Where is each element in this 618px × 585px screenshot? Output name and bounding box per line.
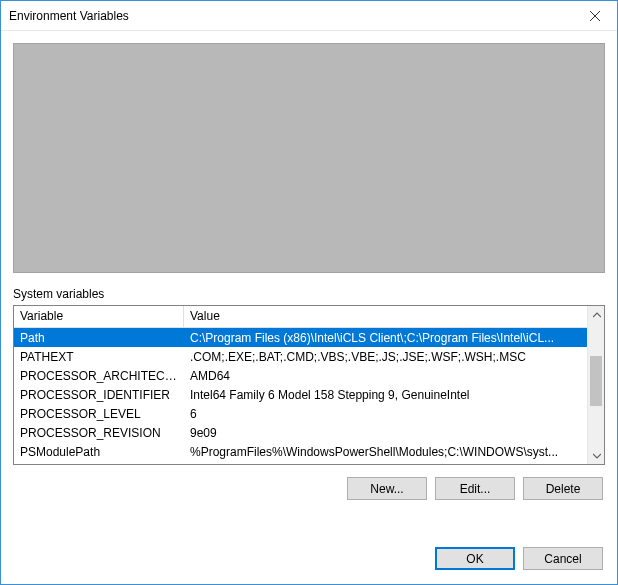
edit-button[interactable]: Edit... (435, 477, 515, 500)
list-buttons-row: New... Edit... Delete (13, 477, 605, 500)
variable-name-cell: PROCESSOR_IDENTIFIER (14, 387, 184, 403)
system-variables-label: System variables (13, 287, 605, 301)
scroll-down-arrow[interactable] (588, 447, 605, 464)
scrollbar-thumb[interactable] (590, 356, 602, 406)
variable-value-cell: .COM;.EXE;.BAT;.CMD;.VBS;.VBE;.JS;.JSE;.… (184, 349, 587, 365)
dialog-buttons-row: OK Cancel (1, 537, 617, 584)
variable-value-cell: 9e09 (184, 425, 587, 441)
user-variables-panel (13, 43, 605, 273)
system-variables-list[interactable]: Variable Value PathC:\Program Files (x86… (13, 305, 605, 465)
new-button[interactable]: New... (347, 477, 427, 500)
column-header-variable[interactable]: Variable (14, 306, 184, 327)
table-row[interactable]: PROCESSOR_IDENTIFIERIntel64 Family 6 Mod… (14, 385, 587, 404)
table-row[interactable]: PathC:\Program Files (x86)\Intel\iCLS Cl… (14, 328, 587, 347)
listview: Variable Value PathC:\Program Files (x86… (14, 306, 587, 464)
vertical-scrollbar[interactable] (587, 306, 604, 464)
variable-name-cell: PROCESSOR_REVISION (14, 425, 184, 441)
variable-name-cell: Path (14, 330, 184, 346)
table-row[interactable]: PROCESSOR_REVISION9e09 (14, 423, 587, 442)
variable-name-cell: PATHEXT (14, 349, 184, 365)
window-title: Environment Variables (9, 9, 572, 23)
variable-value-cell: %ProgramFiles%\WindowsPowerShell\Modules… (184, 444, 587, 460)
client-area: System variables Variable Value PathC:\P… (1, 31, 617, 537)
cancel-button[interactable]: Cancel (523, 547, 603, 570)
listview-body: PathC:\Program Files (x86)\Intel\iCLS Cl… (14, 328, 587, 461)
variable-name-cell: PSModulePath (14, 444, 184, 460)
table-row[interactable]: PSModulePath%ProgramFiles%\WindowsPowerS… (14, 442, 587, 461)
titlebar: Environment Variables (1, 1, 617, 31)
variable-value-cell: 6 (184, 406, 587, 422)
chevron-down-icon (593, 452, 601, 460)
table-row[interactable]: PROCESSOR_LEVEL6 (14, 404, 587, 423)
environment-variables-dialog: Environment Variables System variables V… (0, 0, 618, 585)
close-button[interactable] (572, 1, 617, 30)
variable-value-cell: Intel64 Family 6 Model 158 Stepping 9, G… (184, 387, 587, 403)
ok-button[interactable]: OK (435, 547, 515, 570)
table-row[interactable]: PROCESSOR_ARCHITECTUREAMD64 (14, 366, 587, 385)
variable-value-cell: AMD64 (184, 368, 587, 384)
variable-value-cell: C:\Program Files (x86)\Intel\iCLS Client… (184, 330, 587, 346)
chevron-up-icon (593, 311, 601, 319)
listview-header: Variable Value (14, 306, 587, 328)
table-row[interactable]: PATHEXT.COM;.EXE;.BAT;.CMD;.VBS;.VBE;.JS… (14, 347, 587, 366)
close-icon (590, 11, 600, 21)
variable-name-cell: PROCESSOR_ARCHITECTURE (14, 368, 184, 384)
column-header-value[interactable]: Value (184, 306, 587, 327)
variable-name-cell: PROCESSOR_LEVEL (14, 406, 184, 422)
delete-button[interactable]: Delete (523, 477, 603, 500)
scroll-up-arrow[interactable] (588, 306, 605, 323)
